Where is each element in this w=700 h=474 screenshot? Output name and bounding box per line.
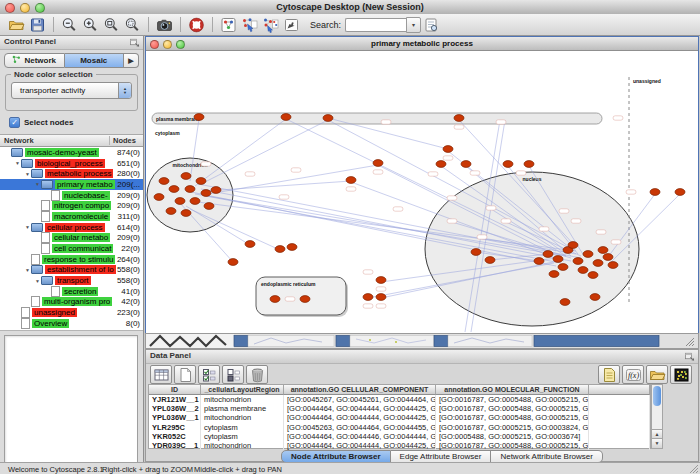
graph-node[interactable] [154,194,164,201]
graph-node[interactable] [181,210,191,217]
graph-node[interactable] [558,264,568,271]
graph-node[interactable] [588,272,598,279]
table-row[interactable]: YKR052Ccytoplasm[GO:0044464, GO:0044446,… [149,432,650,441]
resize-grip[interactable] [689,464,699,474]
graph-node[interactable] [461,161,471,168]
tab-network[interactable]: Network [4,53,65,68]
tree-item[interactable]: ▼biological_process651(0) [0,158,143,169]
snapshot-camera-icon[interactable] [154,15,175,34]
graph-node[interactable] [524,161,534,168]
column-header[interactable]: ID [149,385,201,395]
column-header[interactable]: _cellularLayoutRegion [201,385,284,395]
graph-node[interactable] [443,146,453,153]
frame-close-icon[interactable] [150,40,159,49]
network-view-titlebar[interactable]: primary metabolic process [146,37,698,51]
graph-node[interactable] [245,241,255,248]
graph-node[interactable] [534,258,544,265]
graph-node[interactable] [485,257,495,264]
open-file-icon[interactable] [6,15,27,34]
graph-node[interactable] [190,198,200,205]
tree-item[interactable]: macromolecule311(0) [0,211,143,222]
window-titlebar[interactable]: Cytoscape Desktop (New Session) [0,0,700,15]
graph-node[interactable] [560,299,570,306]
graph-node[interactable] [376,294,386,301]
save-session-icon[interactable] [27,15,48,34]
help-lifesaver-icon[interactable] [186,15,207,34]
table-scrollbar[interactable]: ▲ ▼ [651,384,663,449]
graph-node[interactable] [201,190,211,197]
graph-node[interactable] [583,251,593,258]
zoom-region-icon[interactable] [122,15,143,34]
frame-minimize-icon[interactable] [163,40,172,49]
graph-node[interactable] [590,294,600,301]
search-config-icon[interactable] [421,15,442,34]
scrollbar-thumb[interactable] [653,386,661,406]
birdseye-view[interactable] [4,335,138,474]
tab-mosaic[interactable]: Mosaic [65,53,125,68]
tree-item[interactable]: cellular metabo209(0) [0,233,143,244]
graph-node[interactable] [194,114,204,121]
search-input[interactable] [345,18,406,32]
table-row[interactable]: YLR295Ccytoplasm[GO:0045263, GO:0044464,… [149,423,650,432]
graph-node[interactable] [436,161,446,168]
float-panel-icon[interactable] [684,351,695,361]
graph-node[interactable] [204,203,214,210]
tree-item[interactable]: ▼cellular process614(0) [0,222,143,233]
create-attribute-icon[interactable] [174,365,196,384]
annotation-icon[interactable] [281,15,302,34]
table-row[interactable]: YPL036W__2plasma membrane[GO:0044464, GO… [149,404,650,413]
graph-node[interactable] [270,296,280,303]
column-header[interactable]: annotation.GO MOLECULAR_FUNCTION [436,385,589,395]
graph-node[interactable] [553,256,563,263]
graph-node[interactable] [300,296,310,303]
tree-item[interactable]: Overview8(0) [0,318,143,329]
graph-node[interactable] [346,177,356,184]
tree-item[interactable]: ▼transport558(0) [0,275,143,286]
graph-node[interactable] [228,259,238,266]
delete-attribute-icon[interactable] [246,365,268,384]
tree-item[interactable]: nitrogen compo209(0) [0,200,143,211]
graph-node[interactable] [568,242,578,249]
graph-node[interactable] [603,254,613,261]
select-all-attributes-icon[interactable] [198,365,220,384]
search-dropdown-icon[interactable]: ▾ [406,17,421,33]
graph-node[interactable] [578,267,588,274]
zoom-out-icon[interactable] [59,15,80,34]
tree-item[interactable]: secretion41(0) [0,286,143,297]
expander-down-icon[interactable]: ▼ [34,181,41,187]
graph-node[interactable] [166,208,176,215]
select-nodes-checkbox[interactable]: ✓ [9,117,20,128]
graph-node[interactable] [598,247,608,254]
table-row[interactable]: YPL036W__1mitochondrion[GO:0044464, GO:0… [149,413,650,422]
select-attributes-icon[interactable] [150,365,172,384]
graph-node[interactable] [675,189,685,196]
expander-down-icon[interactable]: ▼ [24,171,31,177]
frame-zoom-icon[interactable] [176,40,185,49]
table-row[interactable]: YDR039C__1mitochondrion[GO:0044464, GO:0… [149,441,650,450]
zoom-window-icon[interactable] [35,3,45,13]
tab-overflow-arrow[interactable]: ▶ [124,53,139,68]
graph-node[interactable] [471,249,481,256]
close-window-icon[interactable] [5,3,15,13]
graph-node[interactable] [175,198,185,205]
formula-builder-icon[interactable]: f(x) [622,365,644,384]
graph-node[interactable] [543,251,553,258]
graph-node[interactable] [185,186,195,193]
graph-node[interactable] [211,187,221,194]
expander-down-icon[interactable]: ▼ [24,267,31,273]
tree-item[interactable]: nucleobase-209(0) [0,190,143,201]
graph-node[interactable] [454,115,464,122]
tree-item[interactable]: ▼metabolic process280(0) [0,168,143,179]
tree-item[interactable]: cell communicat22(0) [0,243,143,254]
tree-item[interactable]: mosaic-demo-yeast874(0) [0,147,143,158]
graph-node[interactable] [363,294,373,301]
scroll-down-icon[interactable]: ▼ [652,438,662,448]
graph-node[interactable] [323,115,333,122]
expander-down-icon[interactable]: ▼ [14,160,21,166]
minimize-window-icon[interactable] [20,3,30,13]
unselect-all-attributes-icon[interactable] [222,365,244,384]
graph-node[interactable] [503,161,513,168]
graph-node[interactable] [376,277,386,284]
tree-item[interactable]: unassigned223(0) [0,307,143,318]
matrix-view-icon[interactable] [670,365,692,384]
